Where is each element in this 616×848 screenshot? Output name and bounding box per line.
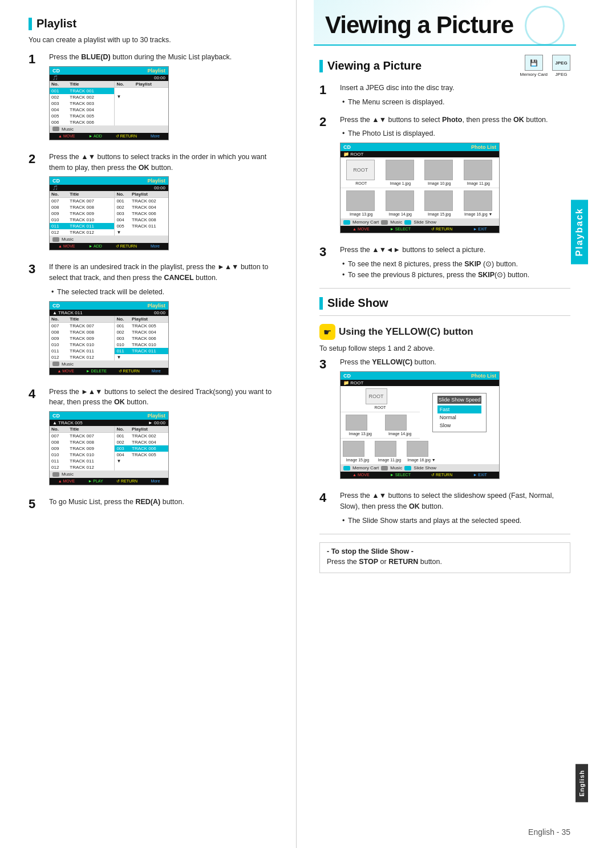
table-row: 001TRACK 002 [115,433,168,440]
photo2-action-move[interactable]: ▲ MOVE [352,473,370,477]
yellow-step-4-bullet: The Slide Show starts and plays at the s… [340,516,570,526]
step-4-block: 4 Press the ►▲▼ buttons to select the de… [29,387,279,490]
divider2 [319,315,570,316]
table-row: 012TRACK 012 [50,464,114,470]
photo-screen-2: CD Photo List 📁 ROOT ROOT RO [340,371,500,479]
photo2-root-label: ROOT [366,405,395,409]
screen3-header: CD Playlist [50,302,168,310]
screen3-cd: CD [52,303,60,309]
screen1-panels: No.Title 001TRACK 001 002TRACK 002 003TR… [50,81,168,125]
action-return3[interactable]: ↺ RETURN [119,369,140,374]
photo-screen2-content: ROOT ROOT Image 13.jpg [341,386,499,439]
speed-option-normal[interactable]: Normal [437,413,482,421]
step-3-block: 3 If there is an undesired track in the … [29,262,279,379]
action-more4[interactable]: More [151,479,160,484]
right-step-2-text: Press the ▲▼ buttons to select Photo, th… [340,115,570,125]
screen3-table-left: No.Title 007TRACK 007 008TRACK 008 009TR… [50,316,114,360]
viewing-section: Viewing a Picture 💾 Memory Card JPEG JPE… [314,55,576,573]
photo-screen2-bottom-row: Image 15.jpg Image 11.jpg Image 16.jpg ▼ [341,439,499,464]
action-add[interactable]: ► ADD [89,134,102,139]
thumb-image1: Image 1.jpg [386,160,415,185]
right-step-1-text: Insert a JPEG disc into the disc tray. [340,83,570,94]
table-row: 007TRACK 007 [50,198,114,205]
table-row: 002TRACK 004 [115,439,168,445]
photo-screen-1: CD Photo List 📁 ROOT ROOT ROOT Imag [340,143,500,233]
yellow-step-3: 3 Press the YELLOW(C) button. CD Photo L… [319,357,570,484]
photo2-music-label: Music [390,465,402,470]
action-move[interactable]: ▲ MOVE [58,134,75,139]
jpeg-label: JPEG [556,72,568,77]
photo2-action-select[interactable]: ► SELECT [390,473,411,477]
photo2-action-return[interactable]: ↺ RETURN [431,473,452,477]
speed-option-fast[interactable]: Fast [437,405,482,413]
photo-screen1-cd: CD [343,144,351,150]
action-more[interactable]: More [151,134,160,139]
viewing-section-title: Viewing a Picture [319,59,422,72]
col-title: Title [68,81,114,88]
photo2-action-exit[interactable]: ► EXIT [473,473,487,477]
photo2-thumb-13: Image 13.jpg [346,415,375,436]
table-row: 004TRACK 004 [50,107,114,113]
music-icon-footer [381,220,388,225]
thumb-img1 [386,160,414,180]
action-more3[interactable]: More [152,369,161,374]
photo-action-exit[interactable]: ► EXIT [473,227,487,232]
photo-screen1-footer: Memory Cart Music Slide Show [341,218,499,226]
action-add2[interactable]: ► ADD [89,244,102,249]
screen2-icon: 🎵 [52,185,58,190]
step-3-content: If there is an undesired track in the pl… [49,262,279,379]
action-move3[interactable]: ▲ MOVE [57,369,74,374]
screen1-footer: Music [50,125,168,133]
photo-thumbs-row1: ROOT ROOT Image 1.jpg Image 10.jpg [341,157,499,188]
screen2-footer-label: Music [62,237,74,242]
action-more2[interactable]: More [151,244,160,249]
table-row: 003TRACK 006 [115,335,168,342]
action-return4[interactable]: ↺ RETURN [116,479,137,484]
right-step-1-content: Insert a JPEG disc into the disc tray. T… [340,83,570,108]
thumb-img11-label: Image 11.jpg [464,181,493,185]
step-3-bullet: The selected track will be deleted. [49,287,279,298]
action-move4[interactable]: ▲ MOVE [58,479,75,484]
divider3 [319,534,570,534]
photo2-thumb-15: Image 15.jpg [343,441,372,462]
step-5-text: To go Music List, press the RED(A) butto… [49,497,279,508]
photo-thumbs-row2: Image 13.jpg Image 14.jpg Image 15.jpg [341,188,499,218]
thumb-image15: Image 15.jpg [424,190,454,216]
action-play4[interactable]: ► PLAY [88,479,103,484]
speed-option-slow[interactable]: Slow [437,421,482,429]
right-step-3-text: Press the ▲▼◄► buttons to select a pictu… [340,245,570,255]
photo2-img14 [385,415,407,431]
thumb-img14 [386,190,414,211]
photo-action-return[interactable]: ↺ RETURN [431,227,452,232]
action-return[interactable]: ↺ RETURN [116,134,137,139]
screen1-footer-label: Music [62,127,74,132]
screen2-left: No.Title 007TRACK 007 008TRACK 008 009TR… [50,191,115,236]
photo-screen1-root: 📁 ROOT [343,152,363,157]
photo-action-move[interactable]: ▲ MOVE [352,227,370,232]
action-return2[interactable]: ↺ RETURN [116,244,137,249]
music-icon3 [52,362,59,366]
step-2-text: Press the ▲▼ buttons to select tracks in… [49,152,279,173]
table-row: 010TRACK 010 [50,342,114,348]
photo2-img14-label: Image 14.jpg [385,432,415,436]
photo-action-select[interactable]: ► SELECT [390,227,411,232]
photo-screen1-header: CD Photo List [341,143,499,151]
table-row: 010TRACK 010 [50,217,114,223]
right-step-1-num: 1 [319,83,335,98]
screen2-subheader: 🎵 00:00 [50,185,168,191]
speed-popup-title: Slide Show Speed [437,396,482,404]
screen4-subheader: ▲ TRACK 005 ► 00:00 [50,420,168,426]
thumb-img13-label: Image 13.jpg [346,212,376,216]
photo2-img15 [343,441,364,457]
photo2-thumb-11: Image 11.jpg [375,441,404,462]
jpeg-icon: JPEG [552,55,570,71]
screen2-footer: Music [50,236,168,243]
thumb-img16 [464,190,492,211]
table-row: 006TRACK 006 [50,119,114,125]
action-delete3[interactable]: ► DELETE [86,369,107,374]
memory-card-badge: 💾 Memory Card [520,55,548,77]
table-row: 007TRACK 007 [50,433,114,440]
table-row: 008TRACK 008 [50,439,114,445]
action-move2[interactable]: ▲ MOVE [58,244,75,249]
step-2-block: 2 Press the ▲▼ buttons to select tracks … [29,152,279,255]
